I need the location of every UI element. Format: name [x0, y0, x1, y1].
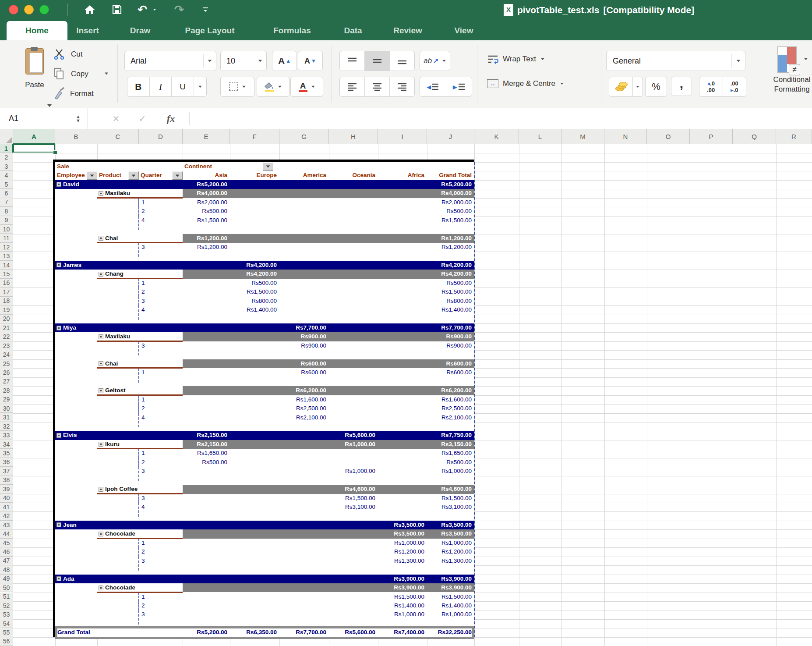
value-cell[interactable]: Rs1,200.00: [183, 243, 227, 252]
value-cell[interactable]: Rs500.00: [183, 207, 227, 216]
format-button[interactable]: Format: [53, 87, 114, 101]
product-name[interactable]: Ipoh Coffee: [105, 485, 180, 493]
increase-decimal-button[interactable]: ◂.0.00: [699, 77, 723, 96]
product-name[interactable]: Chai: [105, 234, 180, 243]
employee-total-cell[interactable]: Rs7,750.00: [427, 431, 472, 440]
value-cell[interactable]: Rs2,100.00: [279, 413, 326, 422]
employee-total-cell[interactable]: Rs5,200.00: [183, 180, 227, 189]
decrease-indent-button[interactable]: ◀: [420, 77, 446, 96]
value-cell[interactable]: Rs500.00: [230, 279, 277, 288]
value-cell[interactable]: Rs1,500.00: [329, 494, 375, 503]
expand-button-product[interactable]: [99, 586, 103, 590]
product-total-cell[interactable]: Rs4,200.00: [230, 270, 277, 278]
value-cell[interactable]: Rs2,100.00: [427, 413, 472, 422]
expand-button-employee[interactable]: [56, 433, 61, 438]
employee-total-cell[interactable]: Rs7,700.00: [427, 323, 472, 332]
expand-button-product[interactable]: [99, 487, 103, 492]
paste-button[interactable]: [23, 48, 46, 80]
employee-total-cell[interactable]: Rs7,700.00: [279, 323, 326, 332]
quarter-label[interactable]: 1: [141, 539, 168, 547]
value-cell[interactable]: Rs1,000.00: [378, 539, 424, 547]
expand-button-product[interactable]: [99, 361, 103, 366]
quarter-label[interactable]: 4: [141, 305, 168, 314]
quarter-label[interactable]: 2: [141, 207, 168, 216]
decrease-font-size-button[interactable]: A▼: [298, 51, 323, 71]
font-family-select[interactable]: Arial: [124, 51, 216, 71]
value-cell[interactable]: Rs1,000.00: [427, 610, 472, 619]
product-name[interactable]: Ikuru: [105, 440, 180, 449]
value-cell[interactable]: Rs1,200.00: [427, 547, 472, 556]
value-cell[interactable]: Rs500.00: [427, 458, 472, 467]
value-cell[interactable]: Rs1,400.00: [427, 305, 472, 314]
grand-total-cell[interactable]: Rs32,250.00: [427, 628, 472, 637]
align-left-button[interactable]: [340, 77, 365, 96]
product-filter-button[interactable]: [128, 171, 139, 180]
tab-formulas[interactable]: Formulas: [269, 21, 315, 40]
expand-button-product[interactable]: [99, 334, 103, 339]
enter-icon[interactable]: ✓: [134, 108, 151, 129]
product-total-cell[interactable]: Rs4,200.00: [427, 270, 472, 278]
employee-total-cell[interactable]: Rs5,200.00: [427, 180, 472, 189]
borders-button[interactable]: [220, 77, 254, 97]
quarter-label[interactable]: 3: [141, 341, 168, 350]
employee-filter-button[interactable]: [87, 171, 97, 180]
quarter-label[interactable]: 1: [141, 279, 168, 288]
value-cell[interactable]: Rs2,500.00: [427, 404, 472, 413]
value-cell[interactable]: Rs1,600.00: [279, 395, 326, 404]
cancel-icon[interactable]: ✕: [107, 108, 125, 129]
align-middle-button[interactable]: [365, 51, 390, 71]
align-top-button[interactable]: [340, 51, 365, 71]
value-cell[interactable]: Rs1,000.00: [329, 467, 375, 476]
value-cell[interactable]: Rs3,100.00: [329, 503, 375, 511]
product-name[interactable]: Chang: [105, 270, 180, 278]
decrease-decimal-button[interactable]: .00▸.0: [723, 77, 746, 96]
employee-total-cell[interactable]: Rs2,150.00: [183, 431, 227, 440]
zoom-button[interactable]: [39, 5, 49, 14]
value-cell[interactable]: Rs800.00: [230, 297, 277, 305]
value-cell[interactable]: Rs600.00: [427, 368, 472, 377]
wrap-text-button[interactable]: Wrap Text: [487, 53, 566, 66]
value-cell[interactable]: Rs900.00: [427, 341, 472, 350]
fill-color-button[interactable]: [257, 77, 289, 97]
tab-draw[interactable]: Draw: [126, 21, 155, 40]
increase-font-size-button[interactable]: A▲: [272, 51, 297, 71]
product-total-cell[interactable]: Rs1,200.00: [427, 234, 472, 243]
product-name[interactable]: Chocolade: [105, 529, 180, 538]
value-cell[interactable]: Rs1,650.00: [427, 449, 472, 458]
expand-button-employee[interactable]: [56, 182, 61, 187]
value-cell[interactable]: Rs500.00: [427, 279, 472, 288]
expand-button-employee[interactable]: [56, 522, 61, 527]
expand-button-product[interactable]: [99, 191, 103, 196]
product-total-cell[interactable]: Rs3,500.00: [378, 529, 424, 538]
product-total-cell[interactable]: Rs3,500.00: [427, 529, 472, 538]
quarter-label[interactable]: 3: [141, 494, 168, 503]
product-total-cell[interactable]: Rs6,200.00: [279, 386, 326, 395]
value-cell[interactable]: Rs1,200.00: [427, 243, 472, 252]
product-total-cell[interactable]: Rs1,200.00: [183, 234, 227, 243]
product-name[interactable]: Maxilaku: [105, 332, 180, 341]
grand-total-cell[interactable]: Rs6,350.00: [230, 628, 277, 637]
font-size-select[interactable]: 10: [220, 51, 267, 71]
value-cell[interactable]: Rs1,000.00: [427, 467, 472, 476]
align-bottom-button[interactable]: [390, 51, 414, 71]
continent-filter-button[interactable]: [263, 163, 273, 171]
quarter-label[interactable]: 3: [141, 610, 168, 619]
underline-dropdown-icon[interactable]: [194, 77, 206, 96]
expand-button-employee[interactable]: [56, 576, 61, 581]
selection-fill-handle[interactable]: [53, 150, 57, 155]
grand-total-cell[interactable]: Rs5,600.00: [329, 628, 375, 637]
redo-icon[interactable]: ↷: [172, 1, 187, 18]
grand-total-label[interactable]: Grand Total: [57, 628, 123, 637]
value-cell[interactable]: Rs1,600.00: [427, 395, 472, 404]
quarter-label[interactable]: 2: [141, 601, 168, 610]
value-cell[interactable]: Rs1,400.00: [230, 305, 277, 314]
grand-total-cell[interactable]: Rs7,700.00: [279, 628, 326, 637]
orientation-button[interactable]: ab ↗: [420, 51, 450, 71]
align-right-button[interactable]: [390, 77, 414, 96]
currency-dropdown-icon[interactable]: [633, 77, 643, 96]
tab-data[interactable]: Data: [339, 21, 366, 40]
value-cell[interactable]: Rs500.00: [183, 458, 227, 467]
product-total-cell[interactable]: Rs900.00: [427, 332, 472, 341]
value-cell[interactable]: Rs3,100.00: [427, 503, 472, 511]
customize-quick-access-icon[interactable]: [200, 1, 211, 18]
